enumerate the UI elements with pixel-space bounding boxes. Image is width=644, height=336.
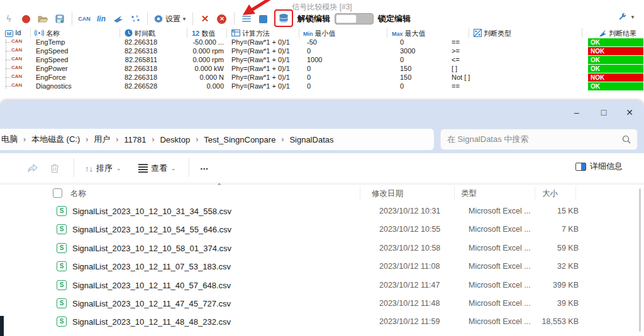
signal-value: 0.000 rpm (155, 56, 224, 63)
maximize-button[interactable]: □ (597, 106, 611, 119)
result-badge: OK (588, 56, 643, 64)
breadcrumb-item[interactable]: 电脑 (1, 134, 18, 145)
can-bus-button[interactable]: CAN (78, 13, 91, 25)
share-button[interactable] (28, 161, 38, 176)
settings-button[interactable]: 设置 ▼ (153, 14, 187, 24)
file-size: 15 KB (504, 207, 579, 215)
list-view-icon[interactable] (240, 13, 253, 25)
col-timestamp[interactable]: 时间戳 (125, 29, 155, 38)
col-min[interactable]: Min 最小值 (303, 29, 336, 38)
col-method[interactable]: 计算方法 (231, 29, 270, 38)
signal-method: Phy=(Raw*1 + 0)/1 (231, 38, 290, 46)
col-judge-type[interactable]: 判断类型 (474, 29, 511, 38)
signal-name: Diagnostics (36, 82, 72, 90)
col-file-date[interactable]: 修改日期 (372, 188, 403, 199)
col-name[interactable]: 名称 (35, 29, 60, 38)
signal-min: -50 (307, 38, 317, 46)
search-input[interactable]: 在 SignalDatas 中搜索 (440, 129, 638, 150)
edit-lock-toggle[interactable] (335, 13, 374, 24)
col-id[interactable]: Id Id (5, 29, 21, 37)
breadcrumb-item[interactable]: 用户 (94, 134, 110, 145)
pan-hand-icon[interactable] (112, 13, 125, 25)
signal-row[interactable]: CANEngForce82.2663180.000 NPhy=(Raw*1 + … (0, 73, 644, 82)
signal-value: -50.000 ... (155, 38, 224, 46)
clear-all-button[interactable]: ✕ (216, 13, 228, 25)
sort-button[interactable]: ↑↓ 排序⌄ (85, 161, 121, 176)
breadcrumb-item[interactable]: SignalDatas (289, 135, 333, 144)
breadcrumb-item[interactable]: 本地磁盘 (C:) (31, 134, 80, 145)
file-row[interactable]: SSignalList_2023_10_12_10_31_34_558.csv2… (8, 202, 636, 220)
vertical-scrollbar[interactable] (639, 188, 641, 332)
col-file-size[interactable]: 大小 (542, 188, 558, 199)
signal-max: 0 (400, 82, 404, 90)
signal-row[interactable]: CANEngTemp82.266318-50.000 ...Phy=(Raw*1… (0, 38, 644, 47)
file-row[interactable]: SSignalList_2023_10_12_11_48_48_232.csv2… (8, 313, 636, 331)
signal-judge-type: == (452, 38, 460, 46)
col-max[interactable]: Max 最大值 (392, 29, 426, 38)
col-file-name[interactable]: 名称 (70, 188, 86, 199)
trash-icon (50, 163, 59, 173)
file-row[interactable]: SSignalList_2023_10_12_11_40_57_648.csv2… (8, 276, 636, 295)
file-date: 2023/10/12 11:48 (379, 299, 440, 308)
file-row[interactable]: SSignalList_2023_10_12_11_07_53_183.csv2… (8, 257, 636, 276)
view-button[interactable]: 查看⌄ (138, 161, 176, 176)
signal-method: Phy=(Raw*1 + 0)/1 (231, 56, 290, 63)
can-bus-icon: CAN (11, 38, 22, 44)
signal-max: 0 (400, 56, 404, 63)
file-name: SignalList_2023_10_12_10_54_55_646.csv (72, 225, 231, 234)
database-button[interactable] (274, 10, 293, 28)
file-row[interactable]: SSignalList_2023_10_12_11_47_45_727.csv2… (8, 295, 636, 313)
file-row[interactable]: SSignalList_2023_10_12_10_58_01_374.csv2… (8, 239, 636, 257)
open-file-icon[interactable] (36, 13, 49, 25)
excel-file-icon: S (57, 280, 67, 290)
signal-timestamp: 82.266318 (94, 47, 157, 55)
breadcrumb-item[interactable]: Desktop (160, 135, 190, 144)
excel-file-icon: S (57, 243, 67, 253)
signal-max: 3000 (400, 47, 415, 55)
signal-value: 0.000 kW (155, 65, 224, 72)
record-button[interactable] (19, 13, 32, 25)
signal-name: EngSpeed (36, 47, 68, 55)
signal-row[interactable]: CANEngSpeed82.2663180.000 rpmPhy=(Raw*1 … (0, 47, 644, 56)
background-window-edge (0, 316, 4, 336)
signal-row[interactable]: CANEngSpeed82.2658110.000 rpmPhy=(Raw*1 … (0, 56, 644, 65)
file-row[interactable]: SSignalList_2023_10_12_10_54_55_646.csv2… (8, 220, 636, 239)
file-name: SignalList_2023_10_12_11_48_48_232.csv (72, 317, 231, 327)
signal-method: Phy=(Raw*1 + 0)/1 (231, 65, 290, 72)
signal-max: 150 (400, 73, 411, 81)
explorer-titlebar[interactable]: – □ ✕ (0, 100, 644, 126)
save-icon[interactable] (53, 13, 66, 25)
delete-button[interactable] (50, 161, 59, 176)
delete-button[interactable]: ✕ (199, 13, 211, 25)
col-file-type[interactable]: 类型 (461, 188, 477, 199)
toolbar-divider (234, 13, 235, 25)
tools-menu-button[interactable]: ▼ (618, 13, 635, 21)
breadcrumb-item[interactable]: 11781 (124, 135, 146, 144)
chevron-down-icon: ▼ (630, 14, 635, 20)
breadcrumb[interactable]: 电脑›本地磁盘 (C:)›用户›11781›Desktop›Test_Singn… (0, 129, 434, 150)
signal-min: 1000 (307, 56, 322, 63)
search-placeholder: 在 SignalDatas 中搜索 (447, 134, 622, 145)
share-icon (28, 164, 38, 173)
details-pane-button[interactable]: 详细信息 (575, 161, 623, 172)
close-button[interactable]: ✕ (623, 106, 636, 119)
signal-row[interactable]: CANDiagnostics82.2665280.000Phy=(Raw*1 +… (0, 82, 644, 91)
select-all-checkbox[interactable] (53, 188, 62, 198)
file-date: 2023/10/12 10:55 (379, 225, 440, 234)
minimize-button[interactable]: – (570, 106, 584, 119)
stop-button[interactable] (257, 13, 270, 25)
col-value[interactable]: 12 数值 (192, 29, 215, 38)
signal-min: 0 (307, 65, 311, 72)
signal-row[interactable]: CANEngPower82.2663180.000 kWPhy=(Raw*1 +… (0, 65, 644, 73)
signal-max: 150 (400, 65, 411, 72)
breadcrumb-item[interactable]: Test_SingnConpare (204, 135, 275, 144)
power-icon[interactable]: ϟ (3, 13, 15, 25)
result-flag-icon (599, 29, 607, 37)
more-options-button[interactable]: ⋯ (200, 161, 208, 176)
breadcrumb-chevron-icon: › (23, 135, 26, 144)
lin-bus-button[interactable]: lin (95, 13, 108, 25)
file-name: SignalList_2023_10_12_10_31_34_558.csv (72, 207, 231, 216)
signal-timestamp: 82.266318 (94, 73, 157, 81)
col-result[interactable]: 判断结果 (599, 29, 636, 38)
scatter-points-icon[interactable] (129, 13, 142, 25)
